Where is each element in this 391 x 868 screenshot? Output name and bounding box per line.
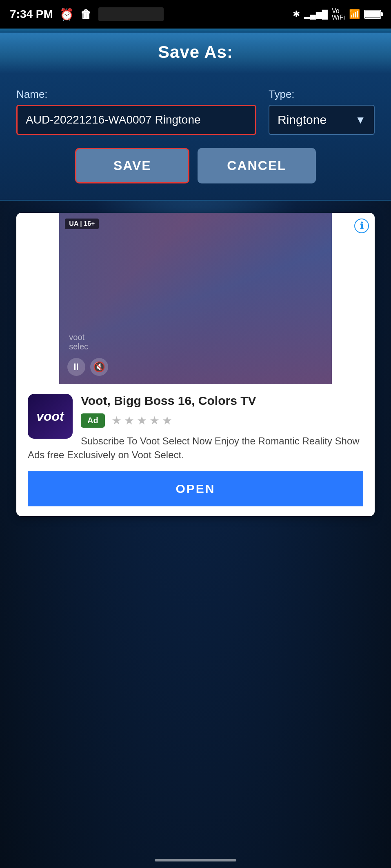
title-bar: Save As: [0, 33, 391, 73]
redacted-area [98, 7, 164, 21]
star-4: ★ [149, 414, 160, 427]
video-controls: ⏸ 🔇 [67, 358, 108, 376]
save-button[interactable]: SAVE [75, 148, 189, 183]
status-bar: 7:34 PM ⏰ 🗑 ✱ ▂▄▆█ VoWiFi 📶 [0, 0, 391, 29]
ad-stars: ★ ★ ★ ★ ★ [111, 414, 172, 427]
cancel-button[interactable]: CANCEL [198, 148, 315, 183]
name-label: Name: [16, 88, 256, 101]
type-label: Type: [269, 88, 375, 101]
form-row: Name: Type: Ringtone ▼ [16, 88, 375, 135]
vowifi-icon: VoWiFi [332, 8, 345, 21]
star-5: ★ [162, 414, 172, 427]
time-display: 7:34 PM [10, 8, 53, 21]
ad-title: Voot, Bigg Boss 16, Colors TV [28, 394, 363, 408]
star-3: ★ [137, 414, 147, 427]
notification-bar [0, 29, 391, 33]
ad-meta: Ad ★ ★ ★ ★ ★ [81, 413, 363, 428]
name-group: Name: [16, 88, 256, 135]
dialog-area: Name: Type: Ringtone ▼ SAVE CANCEL [0, 73, 391, 201]
battery-icon [364, 10, 381, 19]
button-row: SAVE CANCEL [16, 148, 375, 183]
pause-icon[interactable]: ⏸ [67, 358, 85, 376]
type-value: Ringtone [278, 113, 327, 127]
info-icon[interactable]: ℹ [354, 219, 369, 233]
type-dropdown[interactable]: Ringtone ▼ [269, 105, 375, 135]
name-input[interactable] [16, 105, 256, 135]
wifi-icon: 📶 [349, 9, 360, 20]
home-indicator [155, 859, 236, 861]
star-2: ★ [124, 414, 134, 427]
star-1: ★ [111, 414, 122, 427]
mute-icon[interactable]: 🔇 [90, 358, 108, 376]
ad-logo: voot [28, 394, 73, 439]
status-icons: ✱ ▂▄▆█ VoWiFi 📶 [293, 8, 381, 21]
ad-description: Subscribe To Voot Select Now Enjoy the R… [28, 434, 363, 462]
signal-icon: ▂▄▆█ [304, 9, 328, 19]
ad-logo-text: voot [36, 409, 64, 424]
ad-badge-label: Ad [81, 413, 105, 428]
status-left: 7:34 PM ⏰ 🗑 [10, 7, 164, 21]
video-badge: UA | 16+ [65, 219, 99, 229]
open-button[interactable]: OPEN [28, 471, 363, 506]
clock-icon: ⏰ [60, 8, 74, 21]
chevron-down-icon: ▼ [355, 114, 366, 126]
ad-info: Voot, Bigg Boss 16, Colors TV Ad ★ ★ ★ ★… [28, 394, 363, 462]
ad-content: voot Voot, Bigg Boss 16, Colors TV Ad ★ … [16, 384, 375, 516]
page-title: Save As: [0, 42, 391, 62]
type-group: Type: Ringtone ▼ [269, 88, 375, 135]
bluetooth-icon: ✱ [293, 9, 300, 20]
trash-icon: 🗑 [80, 8, 92, 21]
video-thumbnail: UA | 16+ voot selec ⏸ 🔇 [59, 213, 331, 384]
video-watermark: voot selec [69, 333, 88, 351]
ad-card: ℹ UA | 16+ voot selec ⏸ 🔇 voot Voot, Big… [16, 213, 375, 516]
video-background: UA | 16+ voot selec ⏸ 🔇 [59, 213, 331, 384]
